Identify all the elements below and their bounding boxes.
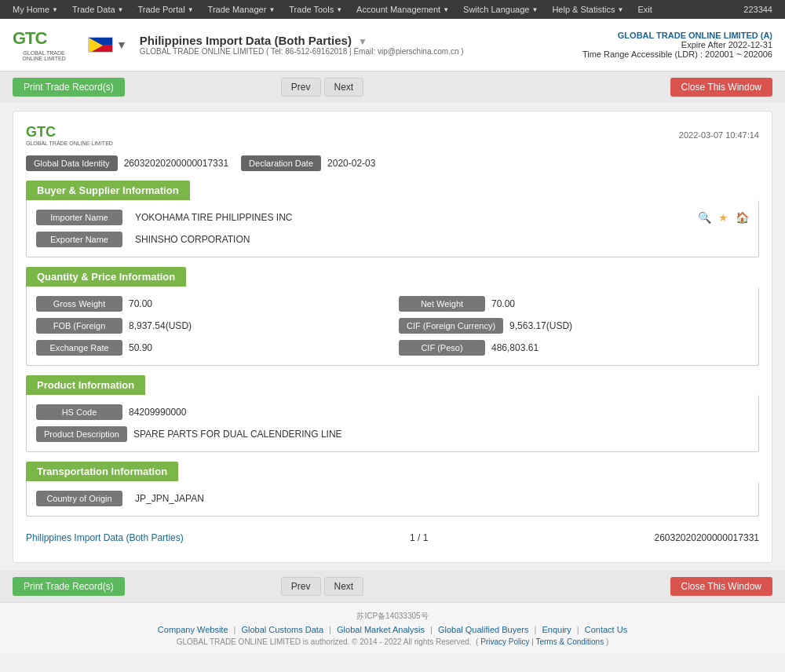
nav-switch-language[interactable]: Switch Language ▼ [457,0,544,19]
chevron-down-icon: ▼ [118,6,124,13]
top-action-bar: Print Trade Record(s) Prev Next Close Th… [0,71,785,103]
exporter-label: Exporter Name [36,232,122,247]
chevron-down-icon: ▼ [336,6,342,13]
chevron-down-icon: ▼ [443,6,449,13]
cif-foreign-value: 9,563.17(USD) [509,320,572,331]
product-desc-label: Product Description [36,426,127,442]
next-button-top[interactable]: Next [324,78,364,97]
exporter-value: SHINSHO CORPORATION [135,234,250,245]
close-window-button-bottom[interactable]: Close This Window [670,577,772,596]
nav-exit[interactable]: Exit [631,0,658,19]
flag-dropdown-icon[interactable]: ▼ [116,38,127,51]
net-weight-field: Net Weight 70.00 [399,296,749,312]
product-desc-row: Product Description SPARE PARTS FOR DUAL… [36,426,749,442]
identity-row: Global Data Identity 2603202020000001733… [26,155,759,171]
header-title-area: Philippines Import Data (Both Parties) ▼… [140,34,464,56]
prev-button-top[interactable]: Prev [281,78,321,97]
search-icon[interactable]: 🔍 [697,210,711,225]
print-button-top[interactable]: Print Trade Record(s) [13,78,125,97]
bottom-action-bar: Print Trade Record(s) Prev Next Close Th… [0,571,785,602]
importer-value: YOKOHAMA TIRE PHILIPPINES INC [135,212,293,223]
footer-link-company[interactable]: Company Website [158,625,228,634]
card-logo-sub: GLOBAL TRADE ONLINE LIMITED [26,141,113,146]
buyer-supplier-title-bar: Buyer & Supplier Information [26,181,759,200]
print-button-bottom[interactable]: Print Trade Record(s) [13,577,125,596]
header-right: GLOBAL TRADE ONLINE LIMITED (A) Expire A… [582,31,772,59]
nav-trade-manager[interactable]: Trade Manager ▼ [202,0,282,19]
chevron-down-icon: ▼ [617,6,623,13]
exchange-rate-field: Exchange Rate 50.90 [36,340,386,356]
footer-divider: | [234,625,239,634]
importer-label: Importer Name [36,210,122,225]
main-content: GTC GLOBAL TRADE ONLINE LIMITED 2022-03-… [0,103,785,571]
quantity-price-title-bar: Quantity & Price Information [26,267,759,287]
nav-account-management[interactable]: Account Management ▼ [350,0,455,19]
close-window-button-top[interactable]: Close This Window [670,78,772,97]
footer-link-contact[interactable]: Contact Us [585,625,627,634]
chevron-down-icon: ▼ [188,6,194,13]
product-desc-value: SPARE PARTS FOR DUAL CALENDERING LINE [133,429,342,440]
footer-link-buyers[interactable]: Global Qualified Buyers [438,625,529,634]
quantity-price-content: Gross Weight 70.00 Net Weight 70.00 FOB … [26,287,759,366]
exchange-rate-label: Exchange Rate [36,340,122,356]
privacy-policy-link[interactable]: Privacy Policy [480,637,529,646]
hs-code-row: HS Code 84209990000 [36,404,749,420]
top-navigation: My Home ▼ Trade Data ▼ Trade Portal ▼ Tr… [0,0,785,19]
cif-foreign-label: CIF (Foreign Currency) [399,318,503,334]
user-id: 223344 [737,5,779,14]
home-icon[interactable]: 🏠 [735,210,749,225]
country-origin-value: JP_JPN_JAPAN [135,493,204,504]
logo-area: GTC GLOBAL TRADE ONLINE LIMITED ▼ [13,25,127,64]
footer-divider: | [329,625,334,634]
footer-link-market[interactable]: Global Market Analysis [337,625,425,634]
cif-peso-value: 486,803.61 [491,342,539,353]
logo: GTC GLOBAL TRADE ONLINE LIMITED [13,25,75,64]
nav-trade-data[interactable]: Trade Data ▼ [66,0,130,19]
exchange-rate-value: 50.90 [129,342,152,353]
buyer-supplier-section: Buyer & Supplier Information Importer Na… [26,181,759,257]
pagination: 1 / 1 [410,532,428,543]
global-data-identity-label: Global Data Identity [26,155,118,171]
fob-value: 8,937.54(USD) [129,320,192,331]
footer-divider: | [535,625,539,634]
nav-buttons-bottom: Prev Next [281,577,363,596]
quantity-price-grid: Gross Weight 70.00 Net Weight 70.00 FOB … [36,296,749,356]
declaration-date-label: Declaration Date [241,155,321,171]
header-subtitle: GLOBAL TRADE ONLINE LIMITED ( Tel: 86-51… [140,47,464,56]
terms-conditions-link[interactable]: Terms & Conditions [535,637,604,646]
logo-text: GTC [13,28,75,49]
product-section: Product Information HS Code 84209990000 … [26,375,759,452]
nav-my-home[interactable]: My Home ▼ [6,0,64,19]
cif-foreign-field: CIF (Foreign Currency) 9,563.17(USD) [399,318,749,334]
cif-peso-field: CIF (Peso) 486,803.61 [399,340,749,356]
nav-trade-tools[interactable]: Trade Tools ▼ [283,0,349,19]
next-button-bottom[interactable]: Next [324,577,364,596]
footer-divider: | [577,625,582,634]
page-header: GTC GLOBAL TRADE ONLINE LIMITED ▼ Philip… [0,19,785,71]
product-content: HS Code 84209990000 Product Description … [26,395,759,452]
expire-date: Expire After 2022-12-31 [582,40,772,49]
global-data-identity-value: 26032020200000017331 [124,158,228,169]
record-footer-title: Philippines Import Data (Both Parties) [26,532,184,543]
title-dropdown-icon[interactable]: ▼ [358,36,367,47]
nav-trade-portal[interactable]: Trade Portal ▼ [132,0,200,19]
logo-subtitle: GLOBAL TRADE ONLINE LIMITED [13,50,75,61]
prev-button-bottom[interactable]: Prev [281,577,321,596]
transportation-content: Country of Origin JP_JPN_JAPAN [26,481,759,517]
quantity-price-section: Quantity & Price Information Gross Weigh… [26,267,759,366]
transportation-title: Transportation Information [26,462,178,481]
card-logo: GTC GLOBAL TRADE ONLINE LIMITED [26,124,113,146]
star-icon[interactable]: ★ [716,210,730,225]
record-id: 26032020200000017331 [655,532,759,543]
nav-help-statistics[interactable]: Help & Statistics ▼ [546,0,630,19]
card-timestamp: 2022-03-07 10:47:14 [679,130,759,140]
footer-link-enquiry[interactable]: Enquiry [542,625,571,634]
icp-number: 苏ICP备14033305号 [13,611,772,622]
cif-peso-label: CIF (Peso) [399,340,485,356]
record-footer: Philippines Import Data (Both Parties) 1… [26,526,759,550]
card-header: GTC GLOBAL TRADE ONLINE LIMITED 2022-03-… [26,124,759,146]
page-footer: 苏ICP备14033305号 Company Website | Global … [0,602,785,654]
footer-link-customs[interactable]: Global Customs Data [242,625,324,634]
hs-code-value: 84209990000 [129,407,186,418]
company-name: GLOBAL TRADE ONLINE LIMITED (A) [582,31,772,40]
